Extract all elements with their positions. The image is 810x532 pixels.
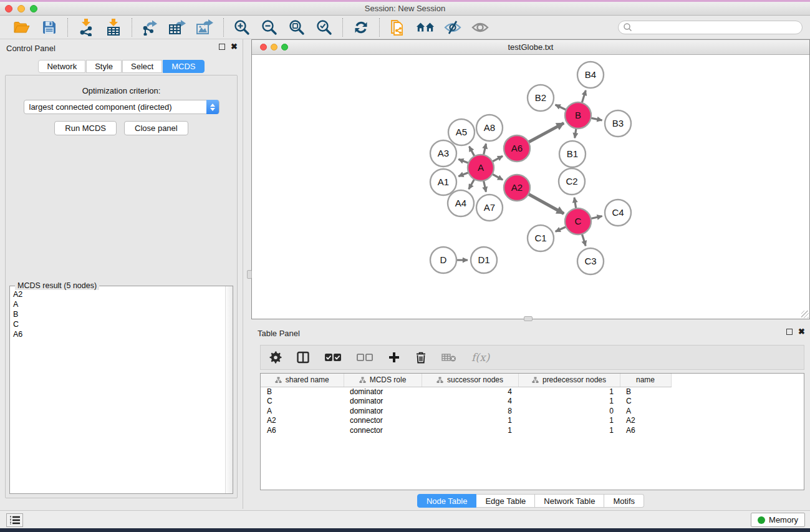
- node-C4[interactable]: C4: [605, 200, 631, 226]
- add-column-icon[interactable]: [388, 351, 400, 364]
- node-B4[interactable]: B4: [577, 62, 604, 88]
- zoom-in-icon[interactable]: [233, 18, 251, 37]
- hide-selected-icon[interactable]: [443, 18, 462, 37]
- column-layout-icon[interactable]: [297, 351, 309, 364]
- export-table-icon[interactable]: [168, 18, 187, 37]
- cell-MCDS-role[interactable]: connector: [344, 425, 422, 435]
- close-panel-button[interactable]: Close panel: [124, 121, 188, 135]
- node-A[interactable]: A: [468, 155, 494, 181]
- cell-MCDS-role[interactable]: dominator: [344, 397, 422, 407]
- cell-successor-nodes[interactable]: 4: [422, 397, 518, 407]
- node-D1[interactable]: D1: [471, 247, 497, 273]
- cell-MCDS-role[interactable]: connector: [344, 416, 422, 426]
- table-row[interactable]: Cdominator41C: [261, 397, 683, 407]
- tab-edge-table[interactable]: Edge Table: [476, 494, 535, 508]
- mcds-result-item[interactable]: A: [13, 299, 224, 309]
- node-A1[interactable]: A1: [430, 169, 456, 195]
- node-C3[interactable]: C3: [577, 248, 604, 274]
- gear-icon[interactable]: [269, 351, 282, 364]
- zoom-selected-icon[interactable]: [315, 18, 334, 37]
- export-image-icon[interactable]: [196, 18, 215, 37]
- node-C2[interactable]: C2: [559, 168, 585, 195]
- cell-predecessor-nodes[interactable]: 1: [518, 425, 620, 435]
- table-row[interactable]: Bdominator41B: [261, 387, 683, 397]
- network-canvas[interactable]: B4B2BB3A8A5A6A3B1AA1C2A2A4A7C4CC1C3DD1: [252, 55, 809, 319]
- new-network-from-selection-icon[interactable]: [388, 18, 407, 37]
- first-neighbors-icon[interactable]: [416, 18, 435, 37]
- node-table[interactable]: shared nameMCDS rolesuccessor nodesprede…: [260, 373, 804, 490]
- network-window-titlebar[interactable]: testGlobe.txt: [252, 40, 809, 55]
- cell-name[interactable]: A2: [620, 416, 671, 426]
- mcds-result-item[interactable]: A2: [13, 289, 224, 299]
- close-panel-icon[interactable]: ✖: [231, 44, 238, 50]
- save-session-icon[interactable]: [40, 18, 59, 37]
- node-C[interactable]: C: [565, 208, 591, 235]
- cell-successor-nodes[interactable]: 8: [422, 406, 518, 416]
- tab-motifs[interactable]: Motifs: [604, 494, 644, 508]
- cell-successor-nodes[interactable]: 1: [422, 416, 518, 426]
- table-row[interactable]: A2connector11A2: [261, 416, 683, 426]
- run-mcds-button[interactable]: Run MCDS: [54, 121, 117, 135]
- vertical-splitter-handle[interactable]: [247, 270, 252, 279]
- node-A6[interactable]: A6: [504, 135, 530, 162]
- table-row[interactable]: A6connector11A6: [261, 425, 683, 435]
- tab-style[interactable]: Style: [86, 60, 122, 73]
- mcds-result-item[interactable]: A6: [13, 329, 224, 339]
- table-row[interactable]: Adominator80A: [261, 406, 683, 416]
- window-resize-handle[interactable]: [801, 311, 809, 318]
- cell-name[interactable]: B: [620, 387, 671, 397]
- function-builder-icon[interactable]: f(x): [471, 351, 489, 364]
- float-table-panel-icon[interactable]: [786, 329, 793, 335]
- cell-shared-name[interactable]: C: [261, 397, 344, 407]
- tab-node-table[interactable]: Node Table: [417, 494, 477, 508]
- zoom-out-icon[interactable]: [260, 18, 279, 37]
- column-header-successor-nodes[interactable]: successor nodes: [422, 374, 518, 387]
- mcds-result-item[interactable]: B: [13, 309, 224, 319]
- cell-MCDS-role[interactable]: dominator: [344, 406, 422, 416]
- import-table-icon[interactable]: [104, 18, 123, 37]
- cell-shared-name[interactable]: A2: [261, 416, 344, 426]
- cell-MCDS-role[interactable]: dominator: [344, 387, 422, 397]
- node-A2[interactable]: A2: [504, 175, 530, 201]
- delete-icon[interactable]: [415, 351, 427, 364]
- node-B3[interactable]: B3: [605, 110, 631, 137]
- memory-button[interactable]: Memory: [751, 513, 805, 527]
- tab-select[interactable]: Select: [122, 60, 162, 73]
- open-file-icon[interactable]: [12, 18, 31, 37]
- float-panel-icon[interactable]: [219, 44, 225, 50]
- cell-shared-name[interactable]: B: [261, 387, 344, 397]
- node-A7[interactable]: A7: [476, 195, 503, 221]
- node-C1[interactable]: C1: [528, 225, 554, 251]
- node-D[interactable]: D: [430, 247, 456, 273]
- cell-name[interactable]: A: [620, 406, 671, 416]
- cell-name[interactable]: A6: [620, 425, 671, 435]
- horizontal-splitter-handle[interactable]: [524, 316, 533, 321]
- cell-name[interactable]: C: [620, 397, 671, 407]
- export-network-icon[interactable]: [141, 18, 160, 37]
- column-header-predecessor-nodes[interactable]: predecessor nodes: [518, 374, 620, 387]
- node-A5[interactable]: A5: [448, 119, 475, 145]
- show-all-icon[interactable]: [471, 18, 489, 37]
- node-B1[interactable]: B1: [559, 141, 586, 167]
- node-A8[interactable]: A8: [476, 115, 503, 141]
- import-network-icon[interactable]: [77, 18, 95, 37]
- select-all-icon[interactable]: [324, 353, 342, 362]
- column-header-name[interactable]: name: [620, 374, 671, 387]
- node-B[interactable]: B: [565, 102, 591, 128]
- cell-successor-nodes[interactable]: 4: [422, 387, 518, 397]
- cell-successor-nodes[interactable]: 1: [422, 425, 518, 435]
- cell-shared-name[interactable]: A: [261, 406, 344, 416]
- node-B2[interactable]: B2: [528, 85, 554, 111]
- node-A3[interactable]: A3: [430, 140, 456, 167]
- close-table-panel-icon[interactable]: ✖: [798, 329, 805, 335]
- tab-mcds[interactable]: MCDS: [163, 60, 204, 73]
- tab-network-table[interactable]: Network Table: [535, 494, 604, 508]
- optimization-criterion-select[interactable]: largest connected component (directed): [24, 100, 219, 114]
- cell-predecessor-nodes[interactable]: 1: [518, 416, 620, 426]
- node-A4[interactable]: A4: [448, 190, 474, 216]
- mcds-result-item[interactable]: C: [13, 319, 224, 329]
- cell-predecessor-nodes[interactable]: 0: [518, 406, 620, 416]
- zoom-fit-icon[interactable]: [287, 18, 306, 37]
- cell-predecessor-nodes[interactable]: 1: [518, 387, 620, 397]
- task-history-button[interactable]: [6, 513, 23, 527]
